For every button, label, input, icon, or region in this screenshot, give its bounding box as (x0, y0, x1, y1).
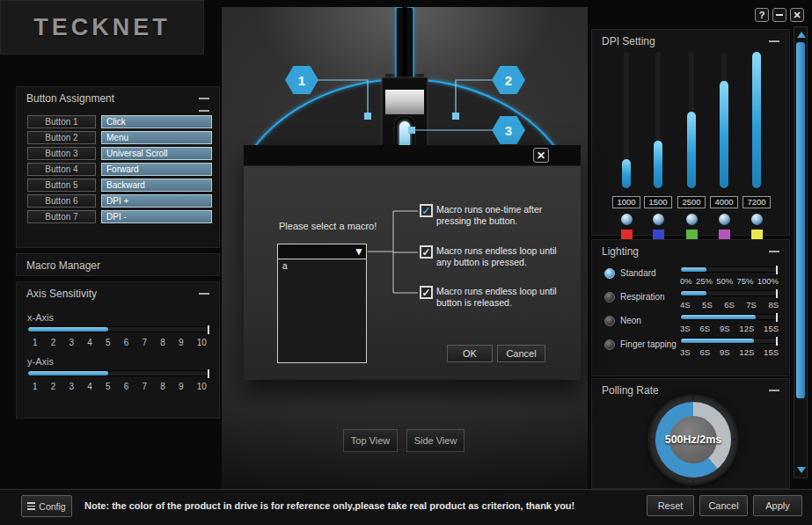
button-1-label[interactable]: Button 1 (27, 115, 96, 128)
dpi-level-column: 7200 (741, 52, 772, 241)
button-5-label[interactable]: Button 5 (27, 179, 96, 192)
collapse-minus-icon[interactable] (199, 110, 209, 112)
radio-respiration[interactable] (604, 292, 615, 303)
reset-button[interactable]: Reset (647, 495, 694, 516)
checkbox-run-once[interactable]: ✓ (420, 204, 433, 217)
macro-manager-panel[interactable]: Macro Manager (16, 253, 220, 276)
config-button[interactable]: Config (21, 495, 72, 517)
checkbox-loop-until-release[interactable]: ✓ (420, 286, 433, 299)
macro-option-row: ✓ Macro runs endless loop until any butt… (420, 245, 557, 268)
cancel-button-footer[interactable]: Cancel (699, 495, 748, 516)
collapse-minus-icon[interactable] (199, 98, 209, 99)
y-axis-label: y-Axis (27, 356, 219, 367)
slider-fill (687, 112, 696, 188)
logo-panel: TECKNET (0, 0, 204, 55)
button-4-action[interactable]: Forward (101, 163, 212, 176)
apply-button[interactable]: Apply (753, 495, 802, 516)
x-axis-slider[interactable] (27, 326, 210, 332)
dial-tick (647, 439, 654, 441)
macro-option-row: ✓ Macro runs endless loop until button i… (420, 286, 557, 309)
dpi-level-column: 1500 (642, 52, 674, 241)
window-controls: ? ✕ (755, 8, 804, 22)
ok-button[interactable]: OK (447, 345, 493, 362)
scroll-up-icon[interactable] (797, 32, 806, 38)
dpi-value-label: 1000 (612, 196, 640, 208)
button-2-label[interactable]: Button 2 (27, 131, 96, 144)
dial-tick (692, 394, 694, 400)
button-5-action[interactable]: Backward (101, 179, 212, 192)
top-view-button[interactable]: Top View (343, 429, 398, 452)
slider-fill (681, 267, 706, 272)
button-row: Button 2 Menu (17, 131, 219, 144)
polling-dial-center: 500Hz/2ms (669, 416, 717, 463)
dpi-slider-5[interactable] (754, 52, 759, 188)
slider-fill (28, 327, 108, 332)
button-1-action[interactable]: Click (101, 115, 212, 128)
polling-rate-panel: Polling Rate 500Hz/2ms (591, 378, 790, 489)
collapse-minus-icon[interactable] (769, 251, 779, 252)
close-button[interactable]: ✕ (790, 8, 804, 22)
scroll-down-icon[interactable] (797, 467, 806, 473)
button-row: Button 1 Click (17, 115, 219, 128)
slider-fill (622, 159, 631, 188)
x-axis-ticks: 12345678910 (33, 338, 207, 347)
scrollbar-thumb[interactable] (796, 42, 805, 398)
button-3-action[interactable]: Universal Scroll (101, 147, 212, 160)
dpi-slider-4[interactable] (721, 52, 727, 188)
collapse-minus-icon[interactable] (769, 390, 779, 391)
y-axis-slider[interactable] (27, 370, 210, 376)
button-7-action[interactable]: DPI - (101, 210, 212, 223)
button-4-label[interactable]: Button 4 (27, 163, 96, 176)
dpi-value-label: 4000 (710, 196, 737, 208)
dpi-slider-3[interactable] (689, 52, 694, 188)
dpi-radio-5[interactable] (751, 214, 763, 225)
lighting-mode-row: Standard 0%25%50%75%100% (604, 266, 779, 290)
button-7-label[interactable]: Button 7 (27, 210, 96, 223)
radio-neon[interactable] (604, 316, 615, 326)
radio-standard[interactable] (604, 268, 615, 279)
neon-speed-slider[interactable] (680, 314, 779, 320)
dpi-level-column: 2500 (676, 52, 707, 241)
dpi-value-label: 2500 (677, 196, 705, 208)
dpi-radio-4[interactable] (719, 214, 730, 225)
side-view-button[interactable]: Side View (406, 429, 465, 452)
help-button[interactable]: ? (755, 8, 769, 22)
macro-dialog: ✕ Please select a macro! ▼ a ✓ Macro run… (244, 145, 581, 380)
minimize-button[interactable] (772, 8, 786, 22)
lighting-mode-row: Finger tapping 3S6S9S12S15S (604, 338, 779, 361)
standard-brightness-slider[interactable] (680, 266, 779, 273)
vertical-scrollbar[interactable] (794, 26, 808, 478)
button-assignment-title: Button Assignment (26, 92, 114, 105)
footer-bar: Config Note: the color of the product in… (0, 489, 812, 525)
lighting-mode-label: Respiration (620, 292, 665, 302)
button-3-label[interactable]: Button 3 (27, 147, 96, 160)
dpi-slider-2[interactable] (655, 52, 661, 188)
slider-fill (681, 315, 756, 319)
macro-option-label: Macro runs endless loop until button is … (436, 286, 557, 309)
cancel-button[interactable]: Cancel (497, 345, 545, 362)
respiration-speed-slider[interactable] (680, 290, 779, 296)
button-row: Button 6 DPI + (17, 194, 219, 208)
check-icon: ✓ (421, 206, 430, 216)
button-6-action[interactable]: DPI + (101, 194, 212, 208)
slider-fill (720, 81, 728, 188)
button-6-label[interactable]: Button 6 (27, 194, 96, 208)
button-row: Button 7 DPI - (17, 210, 219, 223)
dpi-value-label: 7200 (743, 196, 770, 208)
dpi-radio-2[interactable] (653, 214, 664, 225)
slider-fill (681, 291, 706, 295)
button-2-action[interactable]: Menu (101, 131, 212, 144)
finger-tapping-speed-slider[interactable] (680, 338, 779, 344)
lighting-mode-label: Finger tapping (620, 339, 677, 349)
collapse-minus-icon[interactable] (199, 293, 209, 295)
polling-rate-value: 500Hz/2ms (665, 434, 722, 446)
dpi-radio-3[interactable] (686, 214, 698, 225)
checkbox-loop-until-press[interactable]: ✓ (420, 245, 433, 259)
dpi-setting-title: DPI Setting (602, 35, 655, 47)
slider-ticks: 4S5S6S7S8S (680, 300, 779, 310)
radio-finger-tapping[interactable] (604, 339, 615, 350)
collapse-minus-icon[interactable] (769, 40, 779, 42)
dpi-slider-1[interactable] (624, 52, 629, 188)
dpi-radio-1[interactable] (621, 214, 633, 225)
polling-rate-dial[interactable]: 500Hz/2ms (647, 394, 739, 485)
